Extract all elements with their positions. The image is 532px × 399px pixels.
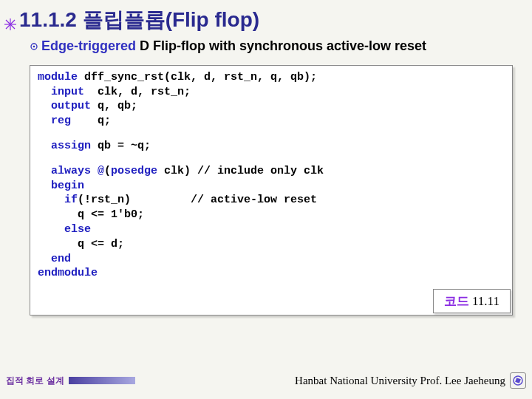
kw: posedge bbox=[111, 165, 157, 177]
code-text: clk, d, rst_n; bbox=[84, 86, 191, 98]
code-text: dff_sync_rst(clk, d, rst_n, q, qb); bbox=[78, 71, 317, 83]
kw: module bbox=[38, 71, 78, 83]
kw: input bbox=[38, 86, 84, 98]
subhead-prefix: Edge-triggered bbox=[41, 38, 136, 53]
code-label-badge: 코드 11.11 bbox=[433, 289, 511, 313]
kw: endmodule bbox=[38, 267, 98, 279]
kw: output bbox=[38, 100, 91, 112]
badge-label: 코드 bbox=[444, 294, 469, 308]
code-text: ( bbox=[104, 165, 111, 177]
footer-left: 집적 회로 설계 bbox=[6, 375, 135, 387]
subhead-bullet-icon bbox=[30, 39, 38, 55]
footer-left-text: 집적 회로 설계 bbox=[6, 375, 64, 387]
kw: else bbox=[38, 223, 91, 236]
badge-number: 11.11 bbox=[469, 294, 499, 308]
slide-footer: 집적 회로 설계 Hanbat National University Prof… bbox=[0, 372, 532, 389]
code-text: q, qb; bbox=[91, 100, 137, 112]
heading-text: 11.1.2 플립플롭(Flip flop) bbox=[19, 8, 259, 31]
footer-right: Hanbat National University Prof. Lee Jae… bbox=[295, 372, 526, 389]
kw: end bbox=[38, 253, 71, 265]
heading-bullet-icon bbox=[4, 12, 16, 24]
kw: always @ bbox=[38, 165, 104, 177]
code-text: q; bbox=[71, 115, 111, 127]
code-listing: module dff_sync_rst(clk, d, rst_n, q, qb… bbox=[30, 65, 513, 316]
kw: reg bbox=[38, 115, 71, 127]
kw: if bbox=[38, 194, 78, 206]
subheading: Edge-triggered D Flip-flop with synchron… bbox=[0, 38, 532, 61]
footer-right-text: Hanbat National University Prof. Lee Jae… bbox=[295, 375, 505, 387]
code-text: q <= 1'b0; bbox=[38, 208, 144, 221]
comment: // include only clk bbox=[197, 165, 324, 177]
code-text: clk) bbox=[157, 165, 197, 177]
section-heading: 11.1.2 플립플롭(Flip flop) bbox=[0, 0, 532, 38]
comment: // active-low reset bbox=[191, 194, 317, 206]
footer-bar-icon bbox=[69, 377, 135, 384]
svg-point-5 bbox=[33, 45, 35, 47]
code-text: qb = ~q; bbox=[91, 140, 151, 152]
kw: assign bbox=[38, 140, 91, 152]
code-text: (!rst_n) bbox=[78, 194, 191, 206]
subhead-rest: D Flip-flop with synchronous active-low … bbox=[136, 38, 426, 53]
code-block: module dff_sync_rst(clk, d, rst_n, q, qb… bbox=[30, 66, 512, 315]
university-logo-icon bbox=[510, 372, 526, 389]
svg-rect-7 bbox=[515, 378, 521, 383]
kw: begin bbox=[38, 180, 84, 192]
code-text: q <= d; bbox=[38, 238, 124, 250]
